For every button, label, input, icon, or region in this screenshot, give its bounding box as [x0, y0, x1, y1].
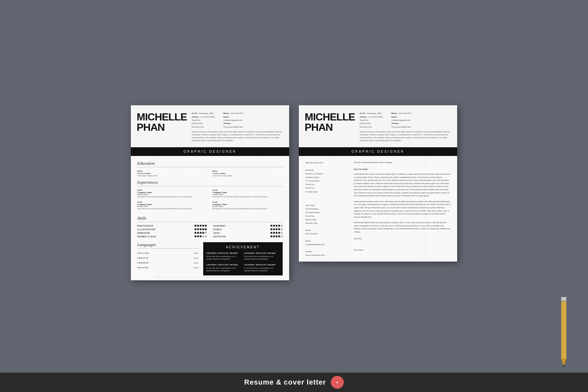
dot-empty: [281, 232, 283, 234]
dot: [273, 228, 275, 230]
edu-item-2: 00-03 Course studies University/College …: [213, 170, 283, 177]
skill-dots-java: [270, 232, 283, 234]
exp-company-2: Company Name: [213, 191, 283, 193]
sender-state: State/County,: [305, 218, 347, 221]
skill-name-indesign: INDESIGN: [137, 232, 150, 234]
cover-left-col: 30th November 2016 Mr Smith Position in …: [305, 161, 347, 257]
achievement-item-title-3: GRAPHIC DESIGNE AWARD: [206, 263, 242, 266]
lang-item-spanish: SPANISH Good: [137, 266, 198, 269]
achievement-section: ACHIEVEMENT GRAPHIC DESIGNE AWARD Ea qui…: [203, 242, 283, 275]
sender-email: Email yourname@gmail.com: [305, 239, 347, 246]
dob-value: 4th January 1982: [199, 112, 213, 114]
dot: [205, 228, 207, 230]
sender-town: Town/City,: [305, 214, 347, 218]
achievement-item-desc-3: Ea qui odio duis accommodate, ne sit qua…: [206, 267, 242, 272]
dot: [197, 228, 199, 230]
dot-empty: [202, 235, 204, 237]
exp-company-1: Company Name: [137, 191, 208, 193]
lang-level-german: Good: [194, 262, 198, 264]
lang-name-spanish: SPANISH: [137, 266, 149, 269]
dot: [278, 228, 280, 230]
achievement-title: ACHIEVEMENT: [206, 245, 279, 249]
sender-phone-value: 028 1234 5678: [305, 232, 318, 235]
dot: [270, 228, 272, 230]
dot-empty: [281, 235, 283, 237]
exp-date-4: 05-08: [213, 201, 283, 203]
edu-item-1: 98-00 Course studies University/College …: [137, 170, 208, 177]
experiences-label: Experiences: [137, 180, 158, 185]
cover-name-block: MICHELLE PHAN: [305, 112, 356, 142]
cover-title-bar: GRAPHIC DESIGNER: [299, 147, 457, 156]
skill-java: JAVA: [213, 232, 283, 234]
edu-course-1: Course studies: [137, 172, 208, 175]
skill-dots-acrobat: [270, 225, 283, 227]
dot: [278, 232, 280, 234]
exp-item-3: 04-05 Company Name Position Held Descrip…: [137, 201, 208, 210]
dot: [276, 232, 278, 234]
cover-para-2: Nullam pulvinar pulvinar mattis. Fusce v…: [354, 200, 451, 219]
exp-desc-1: Description of the position and the resp…: [137, 195, 208, 198]
dot: [200, 225, 202, 227]
background: MICHELLE PHAN D.O.B : 4th January 1982 A…: [0, 0, 588, 392]
exp-col-2b: 05-08 Company Name Position Held Descrip…: [213, 201, 283, 212]
cover-sincerely: Sincerely,: [354, 237, 451, 240]
skill-indesign: INDESIGN: [137, 232, 207, 234]
skill-name-html5: HTML5: [213, 228, 222, 231]
sender-address: 123 Street Name,: [305, 211, 347, 214]
recipient-town: Town/City,: [305, 182, 347, 186]
lang-level-french: Good: [194, 257, 198, 259]
exp-date-1: 04-05: [137, 189, 208, 191]
cover-para-1: Lorem ipsum dolor sit amet, consectetur …: [354, 173, 451, 198]
exp-date-3: 04-05: [137, 201, 208, 203]
edu-date-1: 98-00: [137, 170, 208, 172]
edu-detail-2: University/College details: [213, 175, 283, 177]
cover-body: 30th November 2016 Mr Smith Position in …: [299, 156, 457, 262]
achievement-item-4: GRAPHIC DESIGNE AWARD Ea qui odio duis a…: [244, 263, 279, 272]
languages-section: Languages ENGLISH Good FRENCH Good GERMA…: [137, 242, 198, 275]
sender-website-value: www.yourwebsite.com: [305, 254, 325, 256]
education-label: Education: [137, 161, 154, 166]
achievement-item-title-1: GRAPHIC DESIGNE AWARD: [206, 252, 242, 254]
address-value: 123 Street Name,: [201, 116, 215, 118]
lang-item-german: GERMAN Good: [137, 261, 198, 264]
dot: [197, 235, 199, 237]
dot: [202, 225, 204, 227]
dot: [276, 228, 278, 230]
dot: [200, 232, 202, 234]
dot: [270, 225, 272, 227]
skill-dots-html5: [270, 228, 283, 230]
exp-desc-4: Description of the position and the resp…: [213, 207, 283, 210]
svg-rect-59: [565, 302, 566, 358]
dot: [194, 225, 196, 227]
cover-header: MICHELLE PHAN D.O.B : 4th January 1982 A…: [299, 105, 457, 147]
cover-sender: Your Name Your Profession 123 Street Nam…: [305, 203, 347, 257]
exp-company-4: Company Name: [213, 203, 283, 205]
exp-item-4: 05-08 Company Name Position Held Descrip…: [213, 201, 283, 210]
dot: [194, 232, 196, 234]
skill-adobe-flash: ADOBE FLASH: [137, 235, 207, 238]
cover-recipient: Mr Smith Position in Company Company Nam…: [305, 168, 347, 193]
email-value: yourname@gmail.com: [223, 119, 243, 121]
lang-item-english: ENGLISH Good: [137, 251, 198, 255]
dot-empty: [281, 225, 283, 227]
exp-col-1b: 05-08 Company Name Position Held Descrip…: [213, 189, 283, 201]
dot: [194, 228, 196, 230]
phone-value: 028 1234 5678: [230, 112, 243, 114]
cover-two-col: 30th November 2016 Mr Smith Position in …: [305, 161, 451, 257]
lang-level-english: Good: [194, 252, 198, 254]
exp-col-1a: 04-05 Company Name Position Held Descrip…: [137, 189, 208, 201]
recipient-postcode: Post/Zip Code: [305, 190, 347, 193]
bottom-section: Languages ENGLISH Good FRENCH Good GERMA…: [137, 242, 283, 275]
skill-html5: HTML5: [213, 228, 283, 231]
dot: [270, 232, 272, 234]
dot-empty: [205, 232, 207, 234]
exp-row-1: 04-05 Company Name Position Held Descrip…: [137, 189, 283, 201]
email-label: Email: [223, 116, 229, 118]
achievement-grid: GRAPHIC DESIGNE AWARD Ea qui odio duis a…: [206, 252, 279, 272]
dot: [276, 225, 278, 227]
skill-illustrator: ILLUSTRATOR: [137, 228, 207, 231]
dot-empty: [281, 228, 283, 230]
town-value: Town/City: [192, 119, 201, 121]
skill-dots-indesign: [194, 232, 207, 234]
bottom-bar-icon: ♥: [331, 376, 344, 389]
